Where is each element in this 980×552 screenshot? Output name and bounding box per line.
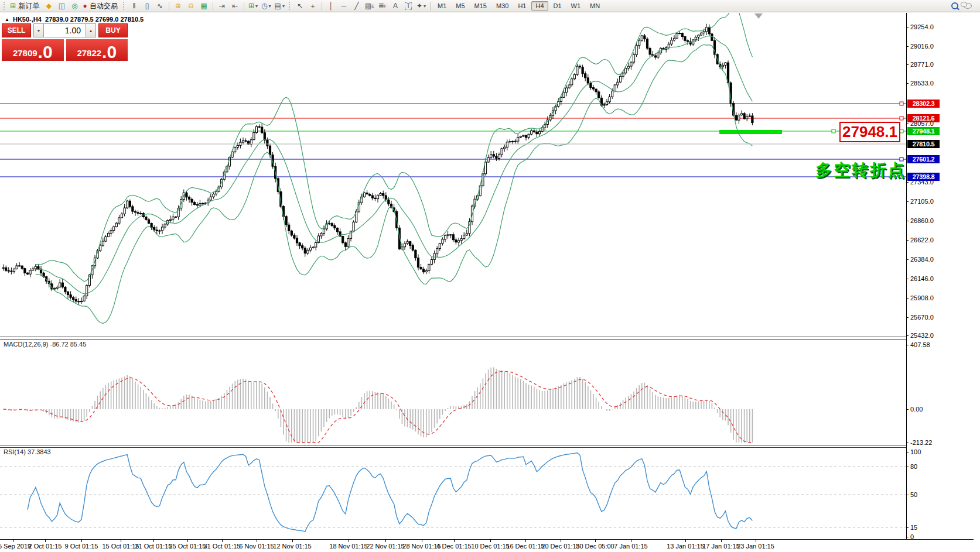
y-tick-label: 29254.0: [910, 24, 934, 30]
main-chart-canvas[interactable]: [0, 13, 906, 338]
pivot-text-annotation[interactable]: 多空转折点: [815, 159, 906, 181]
y-tick-mark: [906, 279, 909, 279]
time-tick-label: 16 Dec 01:15: [506, 543, 544, 550]
signal-icon: ◎: [71, 2, 77, 10]
y-tick-mark: [906, 527, 909, 528]
chart-shift-button[interactable]: ⇤: [228, 1, 241, 11]
y-tick-label: 80: [910, 464, 917, 470]
x-tick-mark: [292, 539, 293, 542]
bar-chart-button[interactable]: ⫴: [128, 1, 141, 11]
y-tick-label: 26860.0: [910, 218, 934, 224]
timeframe-button-mn[interactable]: MN: [586, 1, 604, 11]
y-tick-mark: [906, 495, 909, 495]
time-tick-label: 12 Nov 01:15: [273, 543, 311, 550]
y-tick-mark: [906, 467, 909, 467]
fibonacci-button[interactable]: ≣F: [376, 1, 389, 11]
time-tick-label: 15 Oct 01:15: [103, 543, 139, 550]
main-toolbar: ⊞ 新订单 ◆ ◫ ◎ ● 自动交易 ⫴ ▯ ∿ ⊕ ⊖ ▦ ⇥ ⇤ ⊞▾ ◷▾…: [0, 0, 980, 12]
new-order-button[interactable]: ⊞ 新订单: [8, 1, 42, 11]
x-tick-mark: [595, 539, 596, 542]
y-tick-mark: [906, 221, 909, 221]
zoom-in-button[interactable]: ⊕: [172, 1, 185, 11]
text-label-button[interactable]: T: [402, 1, 415, 11]
timeframe-button-h1[interactable]: H1: [514, 1, 530, 11]
fibonacci-icon: ≣: [378, 2, 384, 10]
templates-button[interactable]: ▤▾: [273, 1, 286, 11]
timeframe-button-d1[interactable]: D1: [549, 1, 566, 11]
time-tick-label: 25 Oct 01:15: [169, 543, 206, 550]
x-tick-mark: [631, 539, 631, 542]
y-tick-label: -213.22: [910, 440, 932, 446]
trendline-icon: ╱: [354, 2, 358, 10]
timeframe-button-w1[interactable]: W1: [567, 1, 585, 11]
x-tick-mark: [45, 539, 46, 542]
search-icon: [951, 2, 958, 9]
crosshair-button[interactable]: ＋: [306, 1, 319, 11]
chevron-down-icon: ▾: [255, 4, 258, 9]
x-tick-mark: [685, 539, 686, 542]
timeframe-button-m15[interactable]: M15: [470, 1, 491, 11]
template-icon: ▤: [275, 2, 281, 10]
mt4-window: { "toolbar": { "new_order_label": "新订单",…: [0, 0, 980, 552]
level-price-axis-label: 27601.2: [907, 155, 940, 163]
chart-shift-marker-icon[interactable]: [754, 13, 763, 19]
level-price-axis-label: 28302.3: [907, 100, 940, 108]
time-tick-label: 31 Oct 01:15: [204, 543, 241, 550]
rsi-pane-canvas[interactable]: [0, 447, 906, 539]
autotrade-button[interactable]: ● 自动交易: [81, 1, 121, 11]
candlestick-icon: ▯: [145, 2, 149, 10]
zoom-in-icon: ⊕: [175, 2, 181, 10]
auto-scroll-button[interactable]: ⇥: [216, 1, 228, 11]
x-tick-mark: [561, 539, 561, 542]
crosshair-icon: ＋: [309, 1, 316, 11]
y-tick-label: 25432.0: [910, 332, 934, 339]
time-tick-label: 17 Jan 01:15: [702, 543, 740, 550]
timeframe-button-m30[interactable]: M30: [492, 1, 513, 11]
x-tick-mark: [490, 539, 491, 542]
y-tick-mark: [906, 182, 909, 183]
price-axis-border: [906, 13, 907, 539]
new-chart-button[interactable]: ◫: [55, 1, 68, 11]
arrows-button[interactable]: ✦▾: [415, 1, 428, 11]
y-tick-mark: [906, 452, 909, 452]
macd-pane-canvas[interactable]: [0, 339, 906, 445]
close-order-button[interactable]: ◆: [42, 1, 55, 11]
autotrade-icon: ●: [83, 2, 87, 10]
y-tick-mark: [906, 537, 909, 537]
vertical-line-icon: │: [329, 2, 333, 10]
chevron-down-icon: ▾: [282, 4, 285, 9]
time-tick-label: 21 Oct 01:15: [135, 543, 172, 550]
rsi-indicator-label: RSI(14) 37.3843: [4, 448, 51, 455]
vline-button[interactable]: │: [325, 1, 337, 11]
line-chart-button[interactable]: ∿: [153, 1, 166, 11]
y-tick-label: 26384.0: [910, 256, 934, 263]
y-tick-mark: [906, 64, 909, 65]
y-tick-label: 15: [910, 524, 917, 531]
text-icon: A: [393, 2, 398, 10]
price-tag-annotation[interactable]: 27948.1: [839, 122, 900, 142]
tile-windows-button[interactable]: ▦: [197, 1, 210, 11]
timeframe-button-h4[interactable]: H4: [531, 1, 548, 11]
signals-button[interactable]: ◎: [68, 1, 81, 11]
chart-window-icon: ◫: [59, 2, 65, 10]
zoom-out-button[interactable]: ⊖: [185, 1, 197, 11]
timeframe-button-m5[interactable]: M5: [452, 1, 469, 11]
timeframe-button-m1[interactable]: M1: [433, 1, 450, 11]
x-tick-mark: [13, 539, 13, 542]
y-tick-label: 29016.0: [910, 43, 934, 50]
trendline-button[interactable]: ╱: [350, 1, 363, 11]
text-label-icon: T: [405, 2, 412, 10]
candle-chart-button[interactable]: ▯: [141, 1, 153, 11]
cursor-button[interactable]: ↖: [293, 1, 306, 11]
hline-button[interactable]: ─: [337, 1, 350, 11]
macd-indicator-label: MACD(12,26,9) -86.72 85.45: [4, 341, 86, 348]
chevron-down-icon: ▾: [424, 4, 426, 9]
text-button[interactable]: A: [389, 1, 402, 11]
time-tick-label: 22 Nov 01:15: [366, 543, 404, 550]
community-chat-button[interactable]: [961, 1, 974, 11]
periods-button[interactable]: ◷▾: [259, 1, 273, 11]
indicators-button[interactable]: ⊞▾: [247, 1, 259, 11]
toolbar-grip: [4, 2, 6, 10]
channel-button[interactable]: ▨E: [363, 1, 376, 11]
search-button[interactable]: [948, 1, 961, 11]
